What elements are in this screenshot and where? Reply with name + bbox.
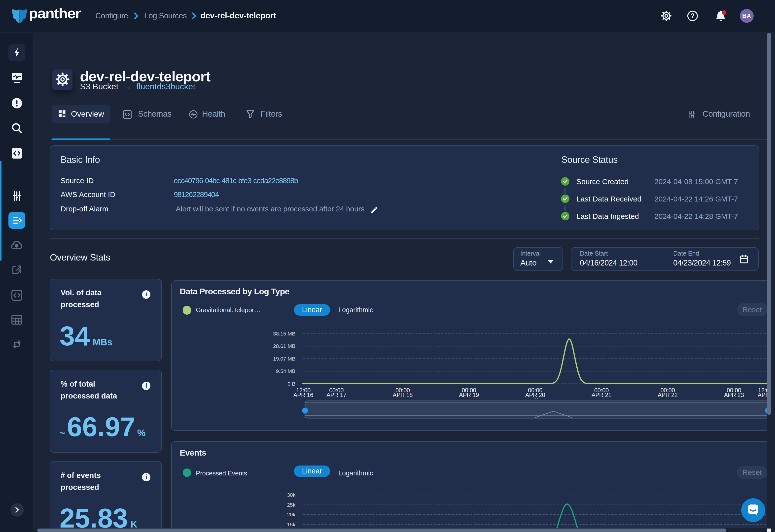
svg-text:9.54 MB: 9.54 MB bbox=[276, 368, 295, 374]
svg-text:0 B: 0 B bbox=[287, 381, 295, 386]
svg-text:APR 16: APR 16 bbox=[293, 391, 313, 398]
svg-text:?: ? bbox=[691, 12, 695, 20]
svg-text:38.15 MB: 38.15 MB bbox=[273, 331, 295, 336]
svg-text:20k: 20k bbox=[287, 512, 295, 517]
svg-text:APR 22: APR 22 bbox=[658, 391, 677, 398]
svg-text:APR 23: APR 23 bbox=[724, 391, 744, 398]
svg-text:APR 18: APR 18 bbox=[393, 391, 413, 398]
svg-text:30k: 30k bbox=[287, 492, 295, 498]
svg-text:15k: 15k bbox=[287, 522, 295, 527]
svg-text:···: ··· bbox=[533, 395, 538, 400]
svg-text:APR 21: APR 21 bbox=[592, 391, 611, 398]
svg-text:APR 17: APR 17 bbox=[326, 391, 346, 398]
svg-text:APR 19: APR 19 bbox=[459, 391, 479, 398]
svg-text:25k: 25k bbox=[287, 502, 295, 508]
svg-text:28.61 MB: 28.61 MB bbox=[273, 343, 295, 349]
svg-text:19.07 MB: 19.07 MB bbox=[273, 356, 295, 361]
